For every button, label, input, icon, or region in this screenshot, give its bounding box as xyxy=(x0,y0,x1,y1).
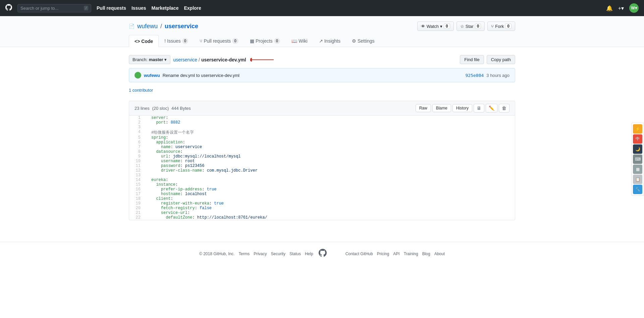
pull-requests-nav[interactable]: Pull requests xyxy=(97,5,126,11)
current-file-name: userservice-dev.yml xyxy=(201,57,246,62)
notifications-button[interactable]: 🔔 xyxy=(606,5,613,11)
line-code: prefer-ip-address: true xyxy=(146,187,515,192)
float-btn-4[interactable]: ⌨ xyxy=(633,154,642,164)
star-button[interactable]: ☆ Star 0 xyxy=(457,21,485,31)
top-navigation: Search or jump to... / Pull requests Iss… xyxy=(0,0,644,16)
commit-user-link[interactable]: wufewu xyxy=(144,73,160,78)
float-btn-1[interactable]: ⚡ xyxy=(633,124,642,134)
copy-path-button[interactable]: Copy path xyxy=(487,55,515,64)
code-tab-icon: <> xyxy=(135,39,140,44)
projects-icon: ▦ xyxy=(250,38,254,44)
line-code: server: xyxy=(146,116,515,120)
tab-code[interactable]: <> Code xyxy=(129,35,159,47)
line-code: fetch-registry: false xyxy=(146,206,515,211)
branch-label: Branch: xyxy=(132,57,148,62)
search-box[interactable]: Search or jump to... / xyxy=(17,4,91,12)
settings-icon: ⚙ xyxy=(352,38,356,44)
footer-pricing[interactable]: Pricing xyxy=(377,252,389,256)
line-number: 2 xyxy=(129,120,146,125)
branch-name: master xyxy=(149,57,163,62)
github-logo[interactable] xyxy=(5,4,12,12)
repo-name-link[interactable]: userservice xyxy=(165,23,198,30)
footer-training[interactable]: Training xyxy=(404,252,418,256)
contributors-bar: 1 contributor xyxy=(129,85,515,95)
contributors-link[interactable]: 1 contributor xyxy=(129,88,153,93)
table-row: 3 xyxy=(129,125,515,130)
line-number: 21 xyxy=(129,211,146,215)
footer-blog[interactable]: Blog xyxy=(422,252,430,256)
repo-breadcrumb-link[interactable]: userservice xyxy=(173,57,197,62)
code-content: 1server:2 port: 88823 4#给微服务设置一个名字5sprin… xyxy=(129,116,515,220)
table-row: 16 prefer-ip-address: true xyxy=(129,187,515,192)
footer-about[interactable]: About xyxy=(434,252,445,256)
float-btn-2[interactable]: 中 xyxy=(633,134,642,144)
tab-wiki[interactable]: 📖 Wiki xyxy=(286,35,313,47)
line-number: 8 xyxy=(129,149,146,154)
footer-left-links: © 2018 GitHub, Inc. Terms Privacy Securi… xyxy=(199,252,313,256)
avatar[interactable]: W▾ xyxy=(629,3,639,13)
tab-pull-requests[interactable]: ⑂ Pull requests 0 xyxy=(194,35,244,47)
float-btn-6[interactable]: 📋 xyxy=(633,175,642,184)
edit-icon-button[interactable]: ✏️ xyxy=(486,104,497,112)
footer-api[interactable]: API xyxy=(393,252,399,256)
float-btn-5[interactable]: ▦ xyxy=(633,165,642,174)
repo-owner-link[interactable]: wufewu xyxy=(137,23,158,30)
repo-icon: 📄 xyxy=(129,24,135,29)
table-row: 10 username: root xyxy=(129,159,515,164)
raw-button[interactable]: Raw xyxy=(416,104,431,112)
float-btn-3[interactable]: 🌙 xyxy=(633,144,642,154)
delete-icon-button[interactable]: 🗑 xyxy=(499,104,509,112)
fork-button[interactable]: ⑂ Fork 0 xyxy=(487,21,515,31)
commit-info-bar: wufewu Rename dev.yml to userservice-dev… xyxy=(129,68,515,82)
line-number: 4 xyxy=(129,130,146,135)
line-code: client: xyxy=(146,196,515,201)
branch-selector[interactable]: Branch: master ▾ xyxy=(129,55,170,64)
file-view-box: 23 lines (20 sloc) 444 Bytes Raw Blame H… xyxy=(129,101,515,220)
branch-chevron: ▾ xyxy=(164,57,167,62)
repo-tabs: <> Code ! Issues 0 ⑂ Pull requests 0 ▦ P… xyxy=(129,35,515,47)
footer-help[interactable]: Help xyxy=(305,252,313,256)
blame-button[interactable]: Blame xyxy=(432,104,451,112)
line-number: 3 xyxy=(129,125,146,130)
line-number: 18 xyxy=(129,196,146,201)
history-button[interactable]: History xyxy=(452,104,472,112)
tab-issues[interactable]: ! Issues 0 xyxy=(159,35,194,47)
explore-nav[interactable]: Explore xyxy=(184,5,201,11)
footer: © 2018 GitHub, Inc. Terms Privacy Securi… xyxy=(0,242,644,266)
watch-count: 0 xyxy=(444,24,450,29)
line-code: username: root xyxy=(146,159,515,164)
table-row: 21 service-url: xyxy=(129,211,515,215)
table-row: 12 driver-class-name: com.mysql.jdbc.Dri… xyxy=(129,168,515,173)
footer-terms[interactable]: Terms xyxy=(239,252,250,256)
file-lines: 23 lines xyxy=(135,106,150,111)
tab-insights[interactable]: ↗ Insights xyxy=(313,35,346,47)
find-file-button[interactable]: Find file xyxy=(460,55,484,64)
line-code: datasource: xyxy=(146,149,515,154)
main-content: Branch: master ▾ userservice / userservi… xyxy=(121,47,523,228)
line-code: url: jdbc:mysql://localhost/mysql xyxy=(146,154,515,159)
footer-security[interactable]: Security xyxy=(271,252,285,256)
footer-status[interactable]: Status xyxy=(289,252,301,256)
watch-button[interactable]: 👁 Watch ▾ 0 xyxy=(417,21,454,31)
footer-privacy[interactable]: Privacy xyxy=(254,252,267,256)
line-number: 20 xyxy=(129,206,146,211)
commit-hash-link[interactable]: 925e804 xyxy=(466,73,484,78)
line-code: password: ps123456 xyxy=(146,164,515,168)
line-code: defaultZone: http://localhost:8761/eurek… xyxy=(146,215,515,220)
plus-button[interactable]: +▾ xyxy=(618,5,624,11)
line-code: service-url: xyxy=(146,211,515,215)
tab-settings[interactable]: ⚙ Settings xyxy=(346,35,380,47)
commit-time: 3 hours ago xyxy=(486,73,509,78)
marketplace-nav[interactable]: Marketplace xyxy=(152,5,179,11)
copyright: © 2018 GitHub, Inc. xyxy=(199,252,235,256)
float-btn-7[interactable]: 🔧 xyxy=(633,185,642,194)
pr-icon: ⑂ xyxy=(200,38,202,44)
table-row: 17 hostname: localhost xyxy=(129,192,515,196)
tab-projects[interactable]: ▦ Projects 0 xyxy=(244,35,286,47)
footer-contact[interactable]: Contact GitHub xyxy=(345,252,373,256)
issues-nav[interactable]: Issues xyxy=(131,5,146,11)
table-row: 11 password: ps123456 xyxy=(129,164,515,168)
line-number: 13 xyxy=(129,173,146,178)
table-row: 22 defaultZone: http://localhost:8761/eu… xyxy=(129,215,515,220)
desktop-icon-button[interactable]: 🖥 xyxy=(474,104,484,112)
